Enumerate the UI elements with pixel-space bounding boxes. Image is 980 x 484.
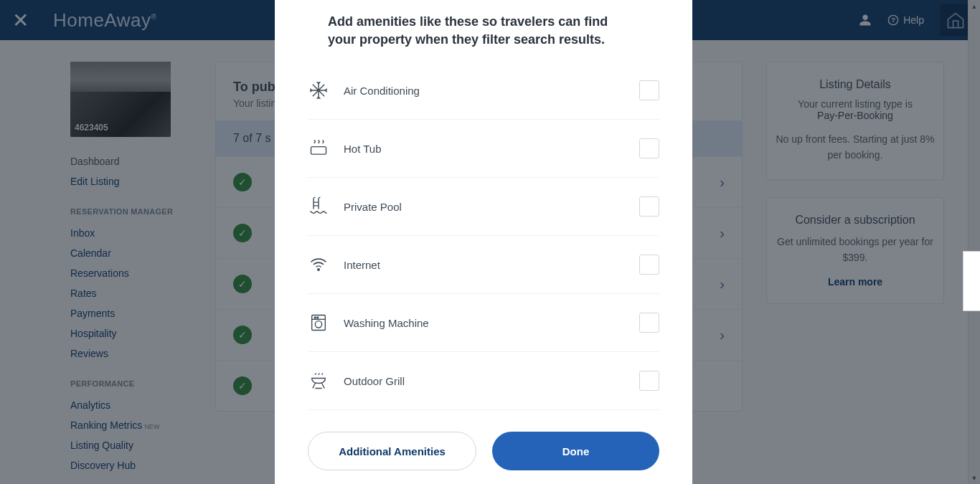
amenity-label: Air Conditioning bbox=[344, 85, 639, 97]
pool-icon bbox=[308, 196, 329, 217]
amenity-checkbox[interactable] bbox=[639, 371, 659, 391]
wifi-icon bbox=[308, 254, 329, 275]
hot-tub-icon bbox=[308, 138, 329, 159]
amenities-modal: Add amenities like these so travelers ca… bbox=[275, 0, 692, 484]
amenity-row-hot-tub: Hot Tub bbox=[308, 120, 659, 178]
amenity-label: Outdoor Grill bbox=[344, 375, 639, 387]
svg-point-6 bbox=[314, 317, 316, 318]
amenity-label: Washing Machine bbox=[344, 317, 639, 329]
amenity-label: Hot Tub bbox=[344, 143, 639, 155]
amenity-checkbox[interactable] bbox=[639, 313, 659, 333]
svg-point-3 bbox=[318, 269, 319, 270]
amenity-checkbox[interactable] bbox=[639, 255, 659, 275]
snowflake-icon bbox=[308, 80, 329, 101]
modal-title: Add amenities like these so travelers ca… bbox=[308, 0, 659, 62]
amenity-row-internet: Internet bbox=[308, 236, 659, 294]
svg-point-5 bbox=[315, 321, 321, 328]
amenity-checkbox[interactable] bbox=[639, 138, 659, 158]
amenity-checkbox[interactable] bbox=[639, 196, 659, 217]
amenity-row-air-conditioning: Air Conditioning bbox=[308, 62, 659, 120]
additional-amenities-button[interactable]: Additional Amenities bbox=[308, 432, 476, 470]
amenity-checkbox[interactable] bbox=[639, 80, 659, 100]
amenity-row-private-pool: Private Pool bbox=[308, 178, 659, 236]
washing-machine-icon bbox=[308, 312, 329, 333]
amenity-row-outdoor-grill: Outdoor Grill bbox=[308, 352, 659, 410]
amenity-row-washing-machine: Washing Machine bbox=[308, 294, 659, 352]
amenity-label: Internet bbox=[344, 259, 639, 271]
svg-rect-2 bbox=[311, 147, 326, 155]
done-button[interactable]: Done bbox=[492, 432, 659, 470]
grill-icon bbox=[308, 370, 329, 392]
svg-point-7 bbox=[317, 317, 319, 318]
feedback-tab[interactable] bbox=[963, 251, 980, 311]
amenity-label: Private Pool bbox=[344, 201, 639, 213]
